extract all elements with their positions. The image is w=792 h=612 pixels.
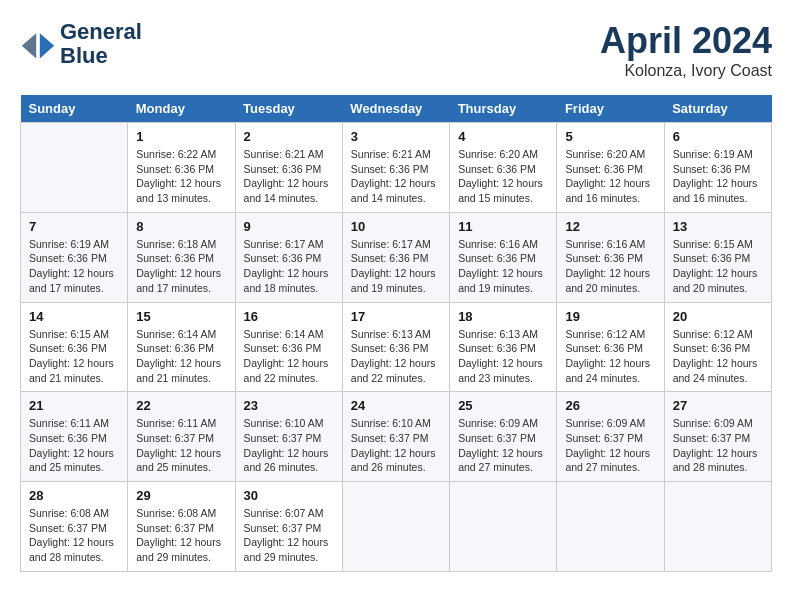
day-info: Sunrise: 6:08 AM Sunset: 6:37 PM Dayligh… <box>136 506 226 565</box>
day-number: 26 <box>565 398 655 413</box>
day-info: Sunrise: 6:19 AM Sunset: 6:36 PM Dayligh… <box>673 147 763 206</box>
calendar-cell: 21Sunrise: 6:11 AM Sunset: 6:36 PM Dayli… <box>21 392 128 482</box>
calendar-week-row: 21Sunrise: 6:11 AM Sunset: 6:36 PM Dayli… <box>21 392 772 482</box>
day-info: Sunrise: 6:21 AM Sunset: 6:36 PM Dayligh… <box>244 147 334 206</box>
calendar-week-row: 7Sunrise: 6:19 AM Sunset: 6:36 PM Daylig… <box>21 212 772 302</box>
day-number: 19 <box>565 309 655 324</box>
svg-marker-0 <box>40 33 54 58</box>
calendar-cell: 7Sunrise: 6:19 AM Sunset: 6:36 PM Daylig… <box>21 212 128 302</box>
calendar-cell: 27Sunrise: 6:09 AM Sunset: 6:37 PM Dayli… <box>664 392 771 482</box>
day-number: 28 <box>29 488 119 503</box>
calendar-cell: 12Sunrise: 6:16 AM Sunset: 6:36 PM Dayli… <box>557 212 664 302</box>
day-number: 25 <box>458 398 548 413</box>
logo: General Blue <box>20 20 142 68</box>
day-of-week-header: Monday <box>128 95 235 123</box>
calendar-table: SundayMondayTuesdayWednesdayThursdayFrid… <box>20 95 772 572</box>
calendar-cell: 14Sunrise: 6:15 AM Sunset: 6:36 PM Dayli… <box>21 302 128 392</box>
day-number: 10 <box>351 219 441 234</box>
day-info: Sunrise: 6:17 AM Sunset: 6:36 PM Dayligh… <box>244 237 334 296</box>
day-number: 6 <box>673 129 763 144</box>
day-number: 22 <box>136 398 226 413</box>
day-info: Sunrise: 6:13 AM Sunset: 6:36 PM Dayligh… <box>458 327 548 386</box>
day-number: 3 <box>351 129 441 144</box>
day-number: 1 <box>136 129 226 144</box>
day-number: 2 <box>244 129 334 144</box>
calendar-header: SundayMondayTuesdayWednesdayThursdayFrid… <box>21 95 772 123</box>
calendar-cell <box>450 482 557 572</box>
day-number: 4 <box>458 129 548 144</box>
day-info: Sunrise: 6:16 AM Sunset: 6:36 PM Dayligh… <box>458 237 548 296</box>
day-number: 11 <box>458 219 548 234</box>
days-of-week-row: SundayMondayTuesdayWednesdayThursdayFrid… <box>21 95 772 123</box>
day-number: 12 <box>565 219 655 234</box>
day-number: 21 <box>29 398 119 413</box>
day-info: Sunrise: 6:20 AM Sunset: 6:36 PM Dayligh… <box>565 147 655 206</box>
day-number: 15 <box>136 309 226 324</box>
day-info: Sunrise: 6:21 AM Sunset: 6:36 PM Dayligh… <box>351 147 441 206</box>
calendar-cell: 15Sunrise: 6:14 AM Sunset: 6:36 PM Dayli… <box>128 302 235 392</box>
calendar-cell: 23Sunrise: 6:10 AM Sunset: 6:37 PM Dayli… <box>235 392 342 482</box>
calendar-body: 1Sunrise: 6:22 AM Sunset: 6:36 PM Daylig… <box>21 123 772 572</box>
day-info: Sunrise: 6:12 AM Sunset: 6:36 PM Dayligh… <box>673 327 763 386</box>
day-number: 20 <box>673 309 763 324</box>
day-info: Sunrise: 6:14 AM Sunset: 6:36 PM Dayligh… <box>136 327 226 386</box>
day-info: Sunrise: 6:09 AM Sunset: 6:37 PM Dayligh… <box>673 416 763 475</box>
day-info: Sunrise: 6:13 AM Sunset: 6:36 PM Dayligh… <box>351 327 441 386</box>
day-info: Sunrise: 6:15 AM Sunset: 6:36 PM Dayligh… <box>673 237 763 296</box>
day-number: 27 <box>673 398 763 413</box>
calendar-cell: 26Sunrise: 6:09 AM Sunset: 6:37 PM Dayli… <box>557 392 664 482</box>
day-info: Sunrise: 6:22 AM Sunset: 6:36 PM Dayligh… <box>136 147 226 206</box>
calendar-cell: 10Sunrise: 6:17 AM Sunset: 6:36 PM Dayli… <box>342 212 449 302</box>
calendar-cell: 28Sunrise: 6:08 AM Sunset: 6:37 PM Dayli… <box>21 482 128 572</box>
calendar-cell <box>664 482 771 572</box>
calendar-week-row: 28Sunrise: 6:08 AM Sunset: 6:37 PM Dayli… <box>21 482 772 572</box>
calendar-cell: 9Sunrise: 6:17 AM Sunset: 6:36 PM Daylig… <box>235 212 342 302</box>
day-of-week-header: Friday <box>557 95 664 123</box>
calendar-cell: 1Sunrise: 6:22 AM Sunset: 6:36 PM Daylig… <box>128 123 235 213</box>
calendar-cell: 24Sunrise: 6:10 AM Sunset: 6:37 PM Dayli… <box>342 392 449 482</box>
day-number: 29 <box>136 488 226 503</box>
day-number: 9 <box>244 219 334 234</box>
calendar-week-row: 14Sunrise: 6:15 AM Sunset: 6:36 PM Dayli… <box>21 302 772 392</box>
day-of-week-header: Saturday <box>664 95 771 123</box>
calendar-cell: 4Sunrise: 6:20 AM Sunset: 6:36 PM Daylig… <box>450 123 557 213</box>
calendar-cell: 25Sunrise: 6:09 AM Sunset: 6:37 PM Dayli… <box>450 392 557 482</box>
day-info: Sunrise: 6:20 AM Sunset: 6:36 PM Dayligh… <box>458 147 548 206</box>
day-number: 30 <box>244 488 334 503</box>
calendar-cell: 17Sunrise: 6:13 AM Sunset: 6:36 PM Dayli… <box>342 302 449 392</box>
day-number: 5 <box>565 129 655 144</box>
page-header: General Blue April 2024 Kolonza, Ivory C… <box>20 20 772 80</box>
svg-marker-1 <box>22 33 36 58</box>
day-info: Sunrise: 6:09 AM Sunset: 6:37 PM Dayligh… <box>458 416 548 475</box>
day-number: 8 <box>136 219 226 234</box>
day-info: Sunrise: 6:08 AM Sunset: 6:37 PM Dayligh… <box>29 506 119 565</box>
calendar-week-row: 1Sunrise: 6:22 AM Sunset: 6:36 PM Daylig… <box>21 123 772 213</box>
calendar-cell <box>557 482 664 572</box>
calendar-cell: 8Sunrise: 6:18 AM Sunset: 6:36 PM Daylig… <box>128 212 235 302</box>
day-info: Sunrise: 6:17 AM Sunset: 6:36 PM Dayligh… <box>351 237 441 296</box>
day-info: Sunrise: 6:12 AM Sunset: 6:36 PM Dayligh… <box>565 327 655 386</box>
calendar-cell: 16Sunrise: 6:14 AM Sunset: 6:36 PM Dayli… <box>235 302 342 392</box>
calendar-cell: 29Sunrise: 6:08 AM Sunset: 6:37 PM Dayli… <box>128 482 235 572</box>
day-number: 16 <box>244 309 334 324</box>
day-number: 7 <box>29 219 119 234</box>
day-of-week-header: Tuesday <box>235 95 342 123</box>
day-number: 18 <box>458 309 548 324</box>
day-of-week-header: Sunday <box>21 95 128 123</box>
logo-icon <box>20 26 56 62</box>
day-info: Sunrise: 6:07 AM Sunset: 6:37 PM Dayligh… <box>244 506 334 565</box>
calendar-cell: 6Sunrise: 6:19 AM Sunset: 6:36 PM Daylig… <box>664 123 771 213</box>
day-of-week-header: Thursday <box>450 95 557 123</box>
title-block: April 2024 Kolonza, Ivory Coast <box>600 20 772 80</box>
calendar-cell: 13Sunrise: 6:15 AM Sunset: 6:36 PM Dayli… <box>664 212 771 302</box>
calendar-cell: 22Sunrise: 6:11 AM Sunset: 6:37 PM Dayli… <box>128 392 235 482</box>
day-info: Sunrise: 6:11 AM Sunset: 6:36 PM Dayligh… <box>29 416 119 475</box>
calendar-cell <box>21 123 128 213</box>
day-info: Sunrise: 6:14 AM Sunset: 6:36 PM Dayligh… <box>244 327 334 386</box>
day-info: Sunrise: 6:18 AM Sunset: 6:36 PM Dayligh… <box>136 237 226 296</box>
day-info: Sunrise: 6:15 AM Sunset: 6:36 PM Dayligh… <box>29 327 119 386</box>
calendar-cell: 19Sunrise: 6:12 AM Sunset: 6:36 PM Dayli… <box>557 302 664 392</box>
calendar-cell: 18Sunrise: 6:13 AM Sunset: 6:36 PM Dayli… <box>450 302 557 392</box>
day-number: 17 <box>351 309 441 324</box>
day-number: 14 <box>29 309 119 324</box>
